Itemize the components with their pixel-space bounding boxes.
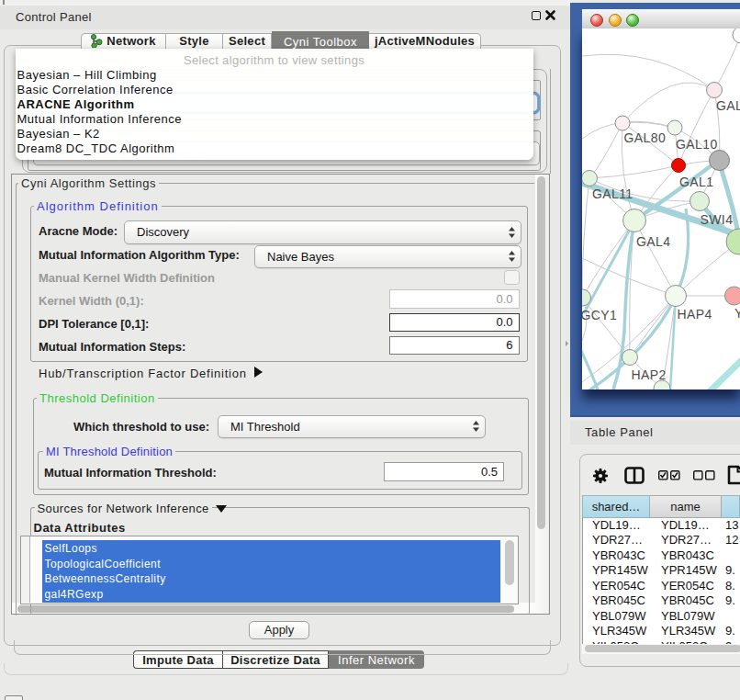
svg-text:GAL80: GAL80	[624, 130, 667, 145]
svg-text:GAL4: GAL4	[636, 234, 670, 249]
svg-text:HAP4: HAP4	[678, 307, 712, 322]
svg-text:GCY1: GCY1	[582, 308, 617, 322]
svg-text:GAL1: GAL1	[679, 175, 713, 189]
svg-text:GAL11: GAL11	[592, 186, 633, 201]
svg-text:Y: Y	[734, 306, 740, 321]
svg-text:HAP2: HAP2	[632, 367, 667, 382]
svg-text:GAL7: GAL7	[716, 98, 740, 113]
svg-text:SWI4: SWI4	[701, 212, 734, 227]
svg-text:GAL10: GAL10	[676, 137, 718, 152]
